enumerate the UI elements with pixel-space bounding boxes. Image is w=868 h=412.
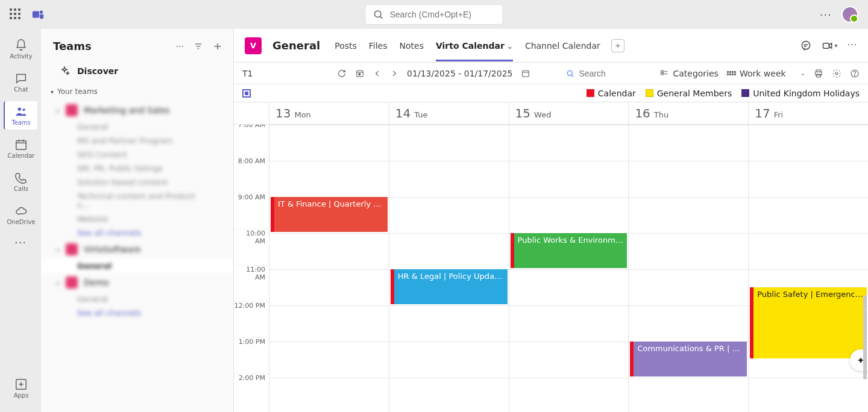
search-icon (373, 9, 384, 20)
svg-point-4 (18, 108, 22, 111)
sidebar-more-icon[interactable]: ··· (176, 42, 184, 51)
calendar-grid: 13Mon14Tue15Wed16Thu17Fri 7:00 AM8:00 AM… (234, 102, 868, 412)
calendar-event[interactable]: Public Works & Environme... (511, 233, 627, 268)
chevron-down-icon: ⌄ (800, 70, 805, 76)
discover-button[interactable]: Discover (41, 60, 233, 83)
conversation-icon[interactable] (800, 40, 812, 52)
global-search[interactable] (366, 5, 503, 24)
global-search-input[interactable] (390, 10, 495, 19)
channel-header: V General PostsFilesNotesVirto Calendar⌄… (234, 29, 868, 63)
teams-sidebar: Teams ··· Discover ▾Your teams ▸Marketin… (41, 29, 234, 412)
sidebar-title: Teams (53, 40, 92, 52)
main-content: V General PostsFilesNotesVirto Calendar⌄… (234, 29, 868, 412)
cloud-icon (14, 204, 28, 217)
svg-rect-29 (661, 70, 664, 72)
grid-icon (727, 71, 736, 75)
day-column[interactable]: Public Works & Environme... (509, 125, 629, 412)
day-column[interactable]: Communications & PR | Pr... (628, 125, 748, 412)
channel-item[interactable]: See all channels (41, 306, 233, 320)
channel-item[interactable]: SM, PR, Public listings (41, 161, 233, 175)
day-column[interactable]: HR & Legal | Policy Updat... (389, 125, 509, 412)
view-selector[interactable]: Work week ⌄ (727, 69, 805, 78)
day-column[interactable]: IT & Finance | Quarterly B... (269, 125, 389, 412)
legend-item[interactable]: General Members (646, 89, 732, 98)
app-launcher-icon[interactable] (10, 8, 22, 20)
channel-item[interactable]: General (41, 259, 233, 273)
rail-calls[interactable]: Calls (4, 167, 37, 196)
rail-teams[interactable]: Teams (4, 101, 37, 130)
svg-point-1 (40, 11, 43, 14)
add-team-icon[interactable] (213, 42, 222, 51)
bell-icon (14, 39, 28, 52)
team-item[interactable]: ▸VirtoSoftware (41, 240, 233, 259)
legend-item[interactable]: Calendar (587, 89, 636, 98)
tab-channel-calendar[interactable]: Channel Calendar (525, 31, 600, 60)
svg-rect-35 (817, 74, 821, 77)
scrollbar[interactable] (863, 295, 867, 379)
channel-item[interactable]: Website (41, 212, 233, 226)
svg-point-38 (854, 75, 855, 75)
categories-button[interactable]: Categories (659, 69, 718, 78)
calendar-search[interactable] (565, 69, 651, 78)
calendar-event[interactable]: Public Safety | Emergency ... (750, 287, 867, 358)
calendar-event[interactable]: HR & Legal | Policy Updat... (391, 269, 508, 304)
channel-item[interactable]: Solution based content (41, 175, 233, 189)
channel-title: General (272, 39, 320, 52)
svg-rect-24 (359, 73, 360, 75)
team-item[interactable]: ▸Demo (41, 273, 233, 292)
more-icon[interactable]: ··· (820, 8, 832, 21)
rail-chat[interactable]: Chat (4, 68, 37, 96)
rail-onedrive[interactable]: OneDrive (4, 201, 37, 229)
rail-apps[interactable]: Apps (4, 374, 37, 402)
svg-point-36 (835, 72, 838, 75)
channel-item[interactable]: General (41, 292, 233, 306)
channel-item[interactable]: SEO Content (41, 148, 233, 161)
channel-item[interactable]: See all channels (41, 226, 233, 240)
filter-icon[interactable] (193, 42, 203, 51)
help-icon[interactable] (850, 69, 860, 78)
chat-icon (14, 72, 28, 85)
day-column[interactable]: Public Safety | Emergency ... (748, 125, 868, 412)
tab-posts[interactable]: Posts (335, 31, 357, 60)
svg-rect-30 (661, 73, 664, 75)
channel-item[interactable]: General (41, 120, 233, 134)
titlebar: ··· (0, 0, 868, 29)
tab-notes[interactable]: Notes (400, 31, 424, 60)
prev-icon[interactable] (373, 69, 382, 78)
today-icon[interactable] (355, 69, 365, 78)
legend-bar: CalendarGeneral MembersUnited Kingdom Ho… (234, 84, 868, 102)
legend-item[interactable]: United Kingdom Holidays (741, 89, 860, 98)
tab-virto-calendar[interactable]: Virto Calendar⌄ (436, 31, 513, 60)
select-all-checkbox[interactable] (242, 89, 251, 98)
channel-item[interactable]: Technical content and Product n... (41, 189, 233, 212)
next-icon[interactable] (390, 69, 398, 78)
time-label: 2:00 PM (234, 373, 269, 410)
svg-rect-6 (16, 141, 27, 150)
calendar-name: T1 (242, 69, 253, 78)
calendar-event[interactable]: IT & Finance | Quarterly B... (271, 197, 388, 232)
channel-item[interactable]: MS and Partner Program (41, 134, 233, 148)
sparkle-icon (59, 66, 70, 76)
settings-icon[interactable] (832, 69, 841, 78)
team-item[interactable]: ▸Marketing and Sales (41, 101, 233, 120)
print-icon[interactable] (814, 69, 823, 78)
channel-more-icon[interactable]: ··· (848, 40, 857, 52)
calendar-icon (14, 138, 28, 151)
datepicker-icon[interactable] (521, 69, 530, 78)
rail-activity[interactable]: Activity (4, 35, 37, 63)
time-label: 1:00 PM (234, 337, 269, 373)
calendar-event[interactable]: Communications & PR | Pr... (630, 342, 747, 376)
rail-more[interactable]: ··· (14, 236, 27, 249)
time-label: 10:00 AM (234, 229, 269, 265)
date-range: 01/13/2025 - 01/17/2025 (407, 69, 512, 78)
chevron-down-icon: ▾ (835, 42, 838, 49)
tab-files[interactable]: Files (369, 31, 388, 60)
meet-button[interactable]: ▾ (822, 40, 838, 52)
avatar[interactable] (841, 6, 858, 23)
refresh-icon[interactable] (337, 69, 347, 78)
calendar-search-input[interactable] (579, 69, 651, 78)
time-label: 9:00 AM (234, 193, 269, 229)
add-tab-button[interactable]: ＋ (611, 39, 624, 52)
rail-calendar[interactable]: Calendar (4, 134, 37, 163)
your-teams-label[interactable]: ▾Your teams (41, 83, 233, 101)
